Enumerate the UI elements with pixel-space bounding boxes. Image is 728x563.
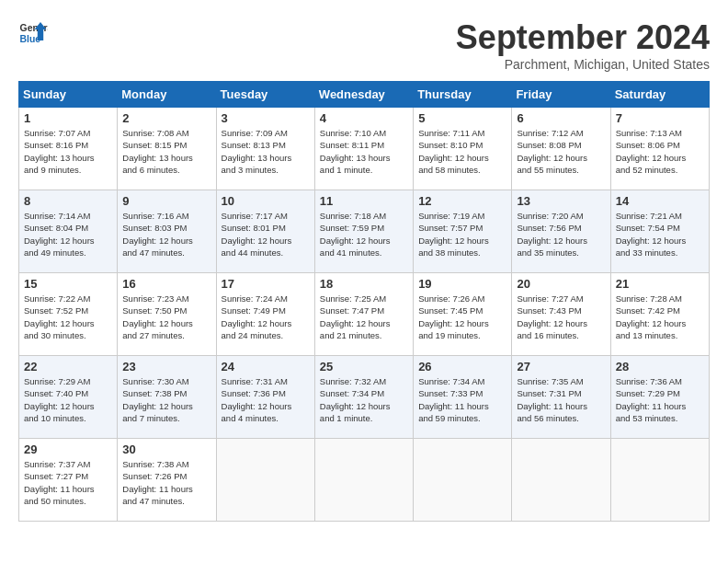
day-number: 2 <box>122 111 210 125</box>
day-info: Sunrise: 7:29 AM Sunset: 7:40 PM Dayligh… <box>24 375 112 424</box>
day-cell: 18Sunrise: 7:25 AM Sunset: 7:47 PM Dayli… <box>314 273 413 356</box>
day-number: 10 <box>222 194 310 208</box>
week-row-5: 29Sunrise: 7:37 AM Sunset: 7:27 PM Dayli… <box>19 439 710 522</box>
day-number: 7 <box>616 111 704 125</box>
day-cell: 12Sunrise: 7:19 AM Sunset: 7:57 PM Dayli… <box>414 190 512 273</box>
day-info: Sunrise: 7:10 AM Sunset: 8:11 PM Dayligh… <box>320 127 408 176</box>
day-number: 21 <box>616 277 704 291</box>
day-cell <box>512 439 610 522</box>
day-cell: 26Sunrise: 7:34 AM Sunset: 7:33 PM Dayli… <box>414 356 512 439</box>
day-number: 23 <box>122 360 210 373</box>
day-number: 26 <box>418 360 506 373</box>
day-cell: 16Sunrise: 7:23 AM Sunset: 7:50 PM Dayli… <box>118 273 216 356</box>
day-cell: 4Sunrise: 7:10 AM Sunset: 8:11 PM Daylig… <box>314 108 413 190</box>
day-cell: 6Sunrise: 7:12 AM Sunset: 8:08 PM Daylig… <box>512 108 610 190</box>
day-cell: 10Sunrise: 7:17 AM Sunset: 8:01 PM Dayli… <box>216 190 314 273</box>
day-number: 15 <box>24 277 112 291</box>
day-cell: 2Sunrise: 7:08 AM Sunset: 8:15 PM Daylig… <box>118 108 216 190</box>
calendar-table: SundayMondayTuesdayWednesdayThursdayFrid… <box>18 81 710 522</box>
page-header: General Blue September 2024 Parchment, M… <box>18 18 710 72</box>
calendar-header-row: SundayMondayTuesdayWednesdayThursdayFrid… <box>19 82 710 108</box>
day-info: Sunrise: 7:17 AM Sunset: 8:01 PM Dayligh… <box>222 210 310 259</box>
day-info: Sunrise: 7:26 AM Sunset: 7:45 PM Dayligh… <box>418 293 506 341</box>
day-cell: 11Sunrise: 7:18 AM Sunset: 7:59 PM Dayli… <box>314 190 413 273</box>
day-info: Sunrise: 7:30 AM Sunset: 7:38 PM Dayligh… <box>122 375 210 424</box>
day-number: 11 <box>320 194 408 208</box>
day-number: 12 <box>418 194 506 208</box>
day-cell: 30Sunrise: 7:38 AM Sunset: 7:26 PM Dayli… <box>118 439 216 522</box>
day-cell <box>314 439 413 522</box>
day-info: Sunrise: 7:20 AM Sunset: 7:56 PM Dayligh… <box>517 210 605 259</box>
day-info: Sunrise: 7:28 AM Sunset: 7:42 PM Dayligh… <box>616 293 704 341</box>
day-number: 16 <box>122 277 210 291</box>
day-cell: 5Sunrise: 7:11 AM Sunset: 8:10 PM Daylig… <box>414 108 512 190</box>
day-number: 3 <box>222 111 310 125</box>
day-cell: 25Sunrise: 7:32 AM Sunset: 7:34 PM Dayli… <box>314 356 413 439</box>
day-info: Sunrise: 7:36 AM Sunset: 7:29 PM Dayligh… <box>616 375 704 424</box>
day-info: Sunrise: 7:22 AM Sunset: 7:52 PM Dayligh… <box>24 293 112 341</box>
day-number: 24 <box>222 360 310 373</box>
day-number: 5 <box>418 111 506 125</box>
day-cell: 21Sunrise: 7:28 AM Sunset: 7:42 PM Dayli… <box>610 273 709 356</box>
day-cell: 27Sunrise: 7:35 AM Sunset: 7:31 PM Dayli… <box>512 356 610 439</box>
column-header-saturday: Saturday <box>610 82 709 108</box>
day-info: Sunrise: 7:38 AM Sunset: 7:26 PM Dayligh… <box>122 458 210 507</box>
day-number: 19 <box>418 277 506 291</box>
day-info: Sunrise: 7:12 AM Sunset: 8:08 PM Dayligh… <box>517 127 605 176</box>
column-header-sunday: Sunday <box>19 82 118 108</box>
day-info: Sunrise: 7:31 AM Sunset: 7:36 PM Dayligh… <box>222 375 310 424</box>
title-block: September 2024 Parchment, Michigan, Unit… <box>456 18 710 72</box>
day-number: 20 <box>517 277 605 291</box>
day-cell: 9Sunrise: 7:16 AM Sunset: 8:03 PM Daylig… <box>118 190 216 273</box>
day-info: Sunrise: 7:08 AM Sunset: 8:15 PM Dayligh… <box>122 127 210 176</box>
day-cell: 7Sunrise: 7:13 AM Sunset: 8:06 PM Daylig… <box>610 108 709 190</box>
column-header-tuesday: Tuesday <box>216 82 314 108</box>
day-number: 27 <box>517 360 605 373</box>
location-subtitle: Parchment, Michigan, United States <box>456 57 710 72</box>
day-cell: 3Sunrise: 7:09 AM Sunset: 8:13 PM Daylig… <box>216 108 314 190</box>
day-info: Sunrise: 7:37 AM Sunset: 7:27 PM Dayligh… <box>24 458 112 507</box>
day-number: 8 <box>24 194 112 208</box>
day-number: 29 <box>24 442 112 456</box>
column-header-thursday: Thursday <box>414 82 512 108</box>
day-info: Sunrise: 7:09 AM Sunset: 8:13 PM Dayligh… <box>222 127 310 176</box>
day-info: Sunrise: 7:34 AM Sunset: 7:33 PM Dayligh… <box>418 375 506 424</box>
week-row-1: 1Sunrise: 7:07 AM Sunset: 8:16 PM Daylig… <box>19 108 710 190</box>
day-info: Sunrise: 7:18 AM Sunset: 7:59 PM Dayligh… <box>320 210 408 259</box>
day-cell: 29Sunrise: 7:37 AM Sunset: 7:27 PM Dayli… <box>19 439 118 522</box>
day-cell <box>414 439 512 522</box>
column-header-monday: Monday <box>118 82 216 108</box>
day-info: Sunrise: 7:35 AM Sunset: 7:31 PM Dayligh… <box>517 375 605 424</box>
day-number: 18 <box>320 277 408 291</box>
day-cell <box>216 439 314 522</box>
day-number: 17 <box>222 277 310 291</box>
column-header-friday: Friday <box>512 82 610 108</box>
day-info: Sunrise: 7:25 AM Sunset: 7:47 PM Dayligh… <box>320 293 408 341</box>
day-info: Sunrise: 7:24 AM Sunset: 7:49 PM Dayligh… <box>222 293 310 341</box>
day-info: Sunrise: 7:16 AM Sunset: 8:03 PM Dayligh… <box>122 210 210 259</box>
day-cell: 14Sunrise: 7:21 AM Sunset: 7:54 PM Dayli… <box>610 190 709 273</box>
day-cell: 13Sunrise: 7:20 AM Sunset: 7:56 PM Dayli… <box>512 190 610 273</box>
day-cell <box>610 439 709 522</box>
week-row-4: 22Sunrise: 7:29 AM Sunset: 7:40 PM Dayli… <box>19 356 710 439</box>
month-title: September 2024 <box>456 18 710 57</box>
day-info: Sunrise: 7:32 AM Sunset: 7:34 PM Dayligh… <box>320 375 408 424</box>
day-info: Sunrise: 7:14 AM Sunset: 8:04 PM Dayligh… <box>24 210 112 259</box>
day-info: Sunrise: 7:11 AM Sunset: 8:10 PM Dayligh… <box>418 127 506 176</box>
day-info: Sunrise: 7:07 AM Sunset: 8:16 PM Dayligh… <box>24 127 112 176</box>
day-cell: 8Sunrise: 7:14 AM Sunset: 8:04 PM Daylig… <box>19 190 118 273</box>
day-cell: 17Sunrise: 7:24 AM Sunset: 7:49 PM Dayli… <box>216 273 314 356</box>
day-number: 1 <box>24 111 112 125</box>
day-cell: 22Sunrise: 7:29 AM Sunset: 7:40 PM Dayli… <box>19 356 118 439</box>
day-info: Sunrise: 7:27 AM Sunset: 7:43 PM Dayligh… <box>517 293 605 341</box>
week-row-3: 15Sunrise: 7:22 AM Sunset: 7:52 PM Dayli… <box>19 273 710 356</box>
week-row-2: 8Sunrise: 7:14 AM Sunset: 8:04 PM Daylig… <box>19 190 710 273</box>
day-info: Sunrise: 7:23 AM Sunset: 7:50 PM Dayligh… <box>122 293 210 341</box>
day-info: Sunrise: 7:13 AM Sunset: 8:06 PM Dayligh… <box>616 127 704 176</box>
day-cell: 20Sunrise: 7:27 AM Sunset: 7:43 PM Dayli… <box>512 273 610 356</box>
day-info: Sunrise: 7:21 AM Sunset: 7:54 PM Dayligh… <box>616 210 704 259</box>
day-cell: 15Sunrise: 7:22 AM Sunset: 7:52 PM Dayli… <box>19 273 118 356</box>
logo: General Blue <box>18 18 48 48</box>
day-number: 22 <box>24 360 112 373</box>
day-number: 6 <box>517 111 605 125</box>
